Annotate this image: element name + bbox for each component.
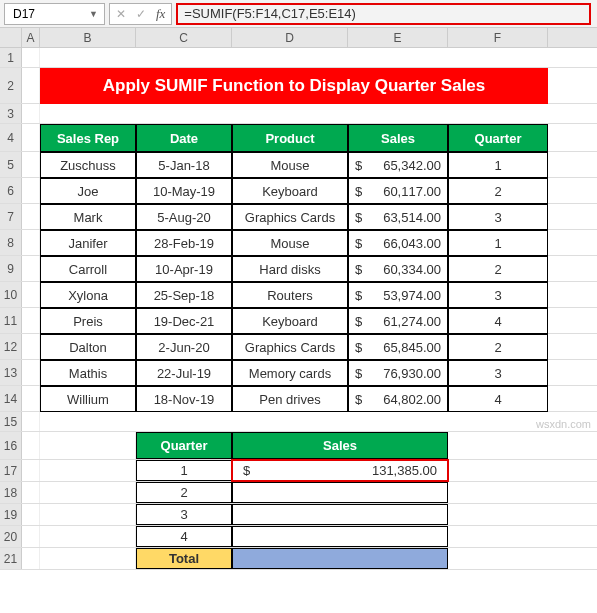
cell-date[interactable]: 5-Aug-20 [136, 204, 232, 230]
row-header[interactable]: 12 [0, 334, 22, 359]
cell-sales-rep[interactable]: Xylona [40, 282, 136, 308]
row-header[interactable]: 8 [0, 230, 22, 255]
cell[interactable] [40, 548, 136, 569]
cell-sales[interactable]: $53,974.00 [348, 282, 448, 308]
cell-product[interactable]: Graphics Cards [232, 204, 348, 230]
row-header[interactable]: 13 [0, 360, 22, 385]
row-header[interactable]: 17 [0, 460, 22, 481]
row-header[interactable]: 4 [0, 124, 22, 151]
select-all-corner[interactable] [0, 28, 22, 47]
cell-quarter[interactable]: 3 [448, 282, 548, 308]
cell-quarter[interactable]: 2 [448, 334, 548, 360]
row-header[interactable]: 1 [0, 48, 22, 67]
summary-sales-value[interactable]: $131,385.00 [232, 460, 448, 481]
cell-sales-rep[interactable]: Zuschuss [40, 152, 136, 178]
cell-product[interactable]: Keyboard [232, 178, 348, 204]
row-header[interactable]: 11 [0, 308, 22, 333]
row-header[interactable]: 20 [0, 526, 22, 547]
formula-bar[interactable]: =SUMIF(F5:F14,C17,E5:E14) [176, 3, 591, 25]
row-header[interactable]: 3 [0, 104, 22, 123]
cell-product[interactable]: Keyboard [232, 308, 348, 334]
cell-sales[interactable]: $61,274.00 [348, 308, 448, 334]
row-header[interactable]: 2 [0, 68, 22, 103]
cell-quarter[interactable]: 3 [448, 204, 548, 230]
cell-quarter[interactable]: 4 [448, 386, 548, 412]
cell-sales-rep[interactable]: Carroll [40, 256, 136, 282]
summary-sales-value[interactable] [232, 504, 448, 525]
row-header[interactable]: 6 [0, 178, 22, 203]
cell-sales[interactable]: $66,043.00 [348, 230, 448, 256]
cell[interactable] [40, 432, 136, 459]
cell[interactable] [22, 104, 40, 123]
cell-sales[interactable]: $65,342.00 [348, 152, 448, 178]
summary-sales-value[interactable] [232, 526, 448, 547]
row-header[interactable]: 7 [0, 204, 22, 229]
fx-icon[interactable]: fx [156, 6, 165, 22]
cell[interactable] [22, 204, 40, 229]
cell-quarter[interactable]: 2 [448, 256, 548, 282]
row-header[interactable]: 19 [0, 504, 22, 525]
cell[interactable] [40, 526, 136, 547]
accept-icon[interactable]: ✓ [136, 7, 146, 21]
cell[interactable] [22, 548, 40, 569]
cell-product[interactable]: Memory cards [232, 360, 348, 386]
summary-quarter[interactable]: 2 [136, 482, 232, 503]
summary-quarter[interactable]: 1 [136, 460, 232, 481]
name-box[interactable]: ▼ [4, 3, 105, 25]
cell-quarter[interactable]: 3 [448, 360, 548, 386]
chevron-down-icon[interactable]: ▼ [89, 9, 98, 19]
cell-product[interactable]: Pen drives [232, 386, 348, 412]
cell[interactable] [22, 504, 40, 525]
cell-sales[interactable]: $64,802.00 [348, 386, 448, 412]
cell-date[interactable]: 28-Feb-19 [136, 230, 232, 256]
summary-quarter[interactable]: 4 [136, 526, 232, 547]
cell[interactable] [22, 230, 40, 255]
cell[interactable] [22, 526, 40, 547]
cell-sales-rep[interactable]: Janifer [40, 230, 136, 256]
cell[interactable] [22, 386, 40, 411]
cell-sales-rep[interactable]: Joe [40, 178, 136, 204]
cell-sales-rep[interactable]: Willium [40, 386, 136, 412]
cell[interactable] [22, 124, 40, 151]
cell-sales-rep[interactable]: Dalton [40, 334, 136, 360]
cell-date[interactable]: 18-Nov-19 [136, 386, 232, 412]
cell-date[interactable]: 19-Dec-21 [136, 308, 232, 334]
cell-date[interactable]: 2-Jun-20 [136, 334, 232, 360]
cell-sales-rep[interactable]: Preis [40, 308, 136, 334]
col-header-f[interactable]: F [448, 28, 548, 47]
cell-sales-rep[interactable]: Mathis [40, 360, 136, 386]
cell[interactable] [40, 482, 136, 503]
cell[interactable] [22, 152, 40, 177]
name-box-input[interactable] [13, 7, 71, 21]
row-header[interactable]: 5 [0, 152, 22, 177]
cell-product[interactable]: Routers [232, 282, 348, 308]
summary-total-value[interactable] [232, 548, 448, 569]
row-header[interactable]: 14 [0, 386, 22, 411]
col-header-d[interactable]: D [232, 28, 348, 47]
cell-sales[interactable]: $60,334.00 [348, 256, 448, 282]
cell[interactable] [22, 482, 40, 503]
cancel-icon[interactable]: ✕ [116, 7, 126, 21]
cell-date[interactable]: 10-Apr-19 [136, 256, 232, 282]
cell-sales[interactable]: $63,514.00 [348, 204, 448, 230]
cell-date[interactable]: 5-Jan-18 [136, 152, 232, 178]
cell-date[interactable]: 10-May-19 [136, 178, 232, 204]
cell[interactable] [22, 334, 40, 359]
cell[interactable] [22, 432, 40, 459]
cell-quarter[interactable]: 1 [448, 230, 548, 256]
cell-product[interactable]: Mouse [232, 152, 348, 178]
col-header-c[interactable]: C [136, 28, 232, 47]
cell[interactable] [40, 504, 136, 525]
cell-product[interactable]: Hard disks [232, 256, 348, 282]
row-header[interactable]: 10 [0, 282, 22, 307]
cell-quarter[interactable]: 4 [448, 308, 548, 334]
col-header-a[interactable]: A [22, 28, 40, 47]
cell-date[interactable]: 25-Sep-18 [136, 282, 232, 308]
col-header-b[interactable]: B [40, 28, 136, 47]
cell[interactable] [22, 178, 40, 203]
cell-quarter[interactable]: 2 [448, 178, 548, 204]
cell[interactable] [22, 68, 40, 103]
cell[interactable] [22, 48, 40, 67]
cell-product[interactable]: Mouse [232, 230, 348, 256]
row-header[interactable]: 16 [0, 432, 22, 459]
